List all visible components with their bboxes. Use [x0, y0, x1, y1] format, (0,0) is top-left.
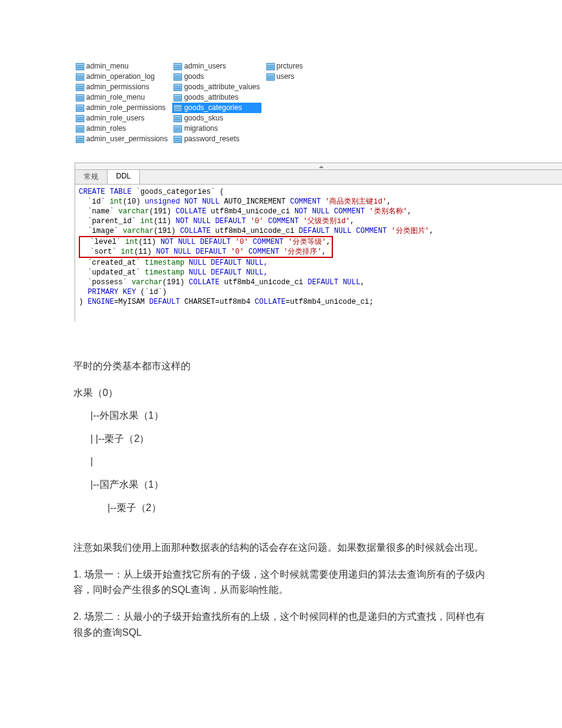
table-item[interactable]: goods_attribute_values: [172, 82, 261, 92]
table-icon: [173, 73, 182, 81]
table-name: admin_role_users: [86, 113, 144, 123]
table-icon: [266, 73, 275, 81]
table-list: admin_menuadmin_operation_logadmin_permi…: [75, 61, 562, 144]
article-body: 平时的分类基本都市这样的 水果（0） |--外国水果（1） | |--栗子（2）…: [73, 358, 489, 640]
table-name: admin_role_menu: [86, 92, 145, 103]
table-name: goods_categories: [184, 103, 242, 113]
panel-collapse-handle[interactable]: [75, 163, 562, 170]
table-name: password_resets: [184, 134, 239, 144]
table-name: goods: [184, 72, 204, 82]
table-name: prctures: [277, 61, 303, 72]
table-name: admin_operation_log: [86, 72, 155, 82]
table-item[interactable]: admin_users: [172, 61, 261, 72]
table-item[interactable]: admin_permissions: [75, 82, 169, 92]
table-icon: [76, 84, 84, 91]
table-icon: [173, 105, 182, 112]
table-icon: [76, 73, 84, 81]
ddl-code: CREATE TABLE `goods_categories` ( `id` i…: [75, 185, 562, 322]
table-icon: [173, 115, 182, 122]
table-icon: [173, 125, 182, 133]
table-name: goods_attributes: [184, 92, 238, 103]
table-icon: [76, 136, 84, 143]
paragraph: 2. 场景二：从最小的子级开始查找所有的上级，这个时候同样的也是递归的方式查找，…: [73, 609, 489, 640]
table-name: migrations: [184, 123, 217, 134]
tab-general[interactable]: 常规: [75, 170, 108, 184]
table-name: users: [277, 72, 294, 82]
table-icon: [76, 105, 84, 112]
table-icon: [76, 125, 84, 133]
table-item[interactable]: goods_skus: [172, 113, 261, 123]
sql-panel: 常规 DDL CREATE TABLE `goods_categories` (…: [75, 163, 562, 322]
table-icon: [173, 63, 182, 70]
table-name: admin_users: [184, 61, 226, 72]
table-item[interactable]: admin_role_menu: [75, 92, 169, 103]
table-icon: [173, 94, 182, 101]
table-item[interactable]: admin_menu: [75, 61, 169, 72]
db-screenshot: admin_menuadmin_operation_logadmin_permi…: [75, 61, 562, 322]
paragraph: 1. 场景一：从上级开始查找它所有的子级，这个时候就需要使用递归的算法去查询所有…: [73, 567, 489, 598]
table-item[interactable]: prctures: [265, 61, 304, 72]
table-item[interactable]: goods_categories: [172, 103, 261, 113]
table-icon: [266, 63, 275, 70]
tab-bar: 常规 DDL: [75, 170, 562, 185]
table-name: admin_roles: [86, 123, 126, 134]
category-tree-example: 水果（0） |--外国水果（1） | |--栗子（2） | |--国产水果（1）…: [73, 385, 489, 516]
table-item[interactable]: admin_roles: [75, 123, 169, 134]
table-item[interactable]: password_resets: [172, 134, 261, 144]
table-item[interactable]: admin_operation_log: [75, 72, 169, 82]
highlight-box: `level` int(11) NOT NULL DEFAULT '0' COM…: [79, 236, 333, 258]
table-icon: [173, 136, 182, 143]
paragraph: 平时的分类基本都市这样的: [73, 358, 489, 374]
table-item[interactable]: goods_attributes: [172, 92, 261, 103]
table-item[interactable]: migrations: [172, 123, 261, 134]
table-icon: [76, 63, 84, 70]
table-name: admin_user_permissions: [86, 134, 167, 144]
table-name: goods_skus: [184, 113, 223, 123]
table-item[interactable]: admin_role_users: [75, 113, 169, 123]
table-name: admin_permissions: [86, 82, 149, 92]
table-icon: [173, 84, 182, 91]
table-item[interactable]: admin_user_permissions: [75, 134, 169, 144]
table-icon: [76, 115, 84, 122]
tab-ddl[interactable]: DDL: [108, 170, 140, 184]
table-item[interactable]: admin_role_permissions: [75, 103, 169, 113]
table-item[interactable]: users: [265, 72, 304, 82]
table-name: admin_menu: [86, 61, 128, 72]
table-name: goods_attribute_values: [184, 82, 260, 92]
table-item[interactable]: goods: [172, 72, 261, 82]
table-icon: [76, 94, 84, 101]
table-name: admin_role_permissions: [86, 103, 166, 113]
paragraph: 注意如果我们使用上面那种数据表的结构的话会存在这问题。如果数据量很多的时候就会出…: [73, 540, 489, 556]
